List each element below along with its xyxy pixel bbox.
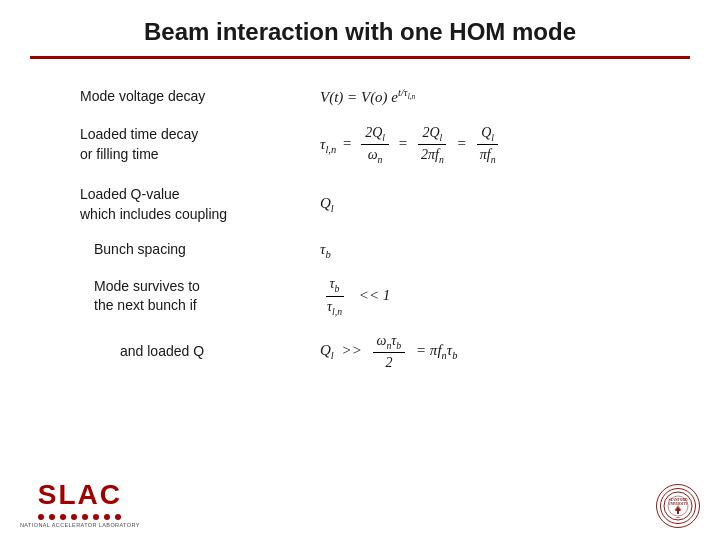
label-bunch-spacing: Bunch spacing (80, 240, 310, 260)
label-mode-voltage: Mode voltage decay (80, 87, 310, 107)
stanford-seal: STANFORD UNIVERSITY 1891 (656, 484, 700, 528)
slac-subtitle: NATIONAL ACCELERATOR LABORATORY (20, 522, 140, 528)
slac-dot-2 (49, 514, 55, 520)
label-mode-survives: Mode survives tothe next bunch if (80, 277, 310, 316)
row-loaded-time: Loaded time decayor filling time τl,n = … (80, 125, 660, 166)
seal-text: STANFORD UNIVERSITY 1891 (662, 490, 694, 523)
slac-text: SLAC (38, 479, 122, 511)
slac-dot-4 (71, 514, 77, 520)
seal-inner: STANFORD UNIVERSITY 1891 (660, 488, 696, 524)
formula-survives: τb τl,n << 1 (320, 276, 390, 317)
formula-tau: τl,n = 2Ql ωn = 2Ql 2πfn = Ql πfn (320, 125, 503, 166)
label-loaded-q2: and loaded Q (120, 342, 310, 362)
title-bar: Beam interaction with one HOM mode (0, 0, 720, 56)
label-loaded-time: Loaded time decayor filling time (80, 125, 310, 164)
footer: SLAC NATIONAL ACCELERATOR LABORATORY (0, 479, 720, 528)
slac-dot-7 (104, 514, 110, 520)
svg-marker-5 (675, 505, 682, 510)
svg-text:1891: 1891 (676, 516, 682, 519)
slac-logo: SLAC NATIONAL ACCELERATOR LABORATORY (20, 479, 140, 528)
svg-rect-6 (677, 511, 679, 514)
slide: Beam interaction with one HOM mode Mode … (0, 0, 720, 540)
slac-dot-5 (82, 514, 88, 520)
slide-title: Beam interaction with one HOM mode (144, 18, 576, 45)
formula-v-decay: V(t) = V(o) et/τl,n (320, 87, 415, 106)
slac-dot-1 (38, 514, 44, 520)
svg-text:UNIVERSITY: UNIVERSITY (669, 501, 689, 505)
row-bunch-spacing: Bunch spacing τb (80, 240, 660, 260)
slac-dot-6 (93, 514, 99, 520)
formula-q: Ql (320, 195, 334, 214)
formula-q-condition: Ql >> ωnτb 2 = πfnτb (320, 333, 457, 372)
row-loaded-q2: and loaded Q Ql >> ωnτb 2 = πfnτb (80, 333, 660, 372)
slac-dots-row (38, 514, 121, 520)
formula-tau-b: τb (320, 241, 331, 260)
slac-dot-3 (60, 514, 66, 520)
content-area: Mode voltage decay V(t) = V(o) et/τl,n L… (0, 59, 720, 381)
slac-dot-8 (115, 514, 121, 520)
label-loaded-q: Loaded Q-valuewhich includes coupling (80, 185, 310, 224)
row-mode-voltage: Mode voltage decay V(t) = V(o) et/τl,n (80, 87, 660, 107)
row-mode-survives: Mode survives tothe next bunch if τb τl,… (80, 276, 660, 317)
row-loaded-q: Loaded Q-valuewhich includes coupling Ql (80, 185, 660, 224)
